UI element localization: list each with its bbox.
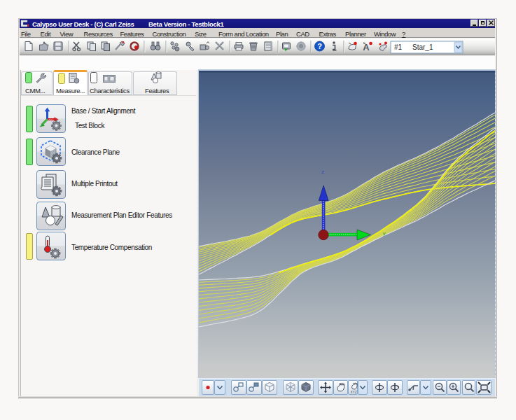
svg-text:?: ?	[317, 42, 322, 50]
svg-text:z: z	[321, 169, 324, 175]
svg-text:y: y	[383, 231, 386, 237]
svg-text:XYZ: XYZ	[351, 391, 357, 394]
svg-text:#1: #1	[394, 43, 403, 51]
svg-text:Star_1: Star_1	[412, 43, 433, 51]
